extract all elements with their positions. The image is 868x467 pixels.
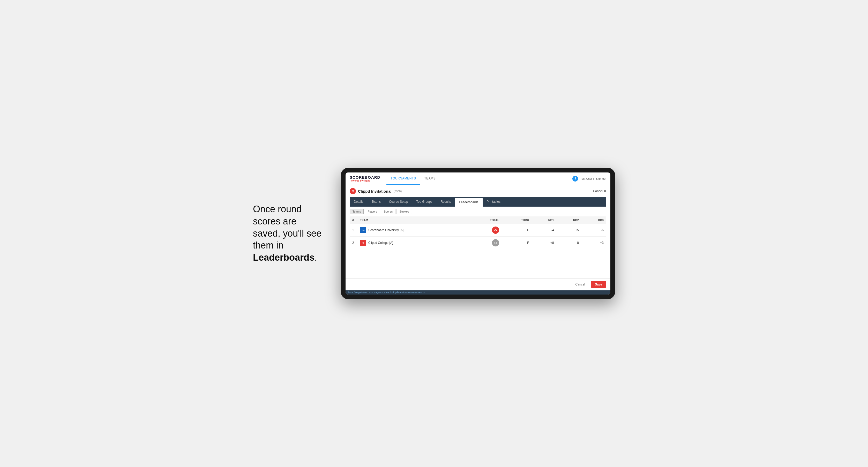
col-thru: THRU: [502, 216, 532, 224]
tournament-name: Clippd Invitational: [358, 189, 392, 193]
tablet-screen: SCOREBOARD Powered by clippd TOURNAMENTS…: [345, 173, 610, 294]
sub-tab-scores[interactable]: Scores: [381, 209, 396, 214]
tab-course-setup[interactable]: Course Setup: [385, 197, 412, 207]
rd3-1: -6: [582, 224, 606, 237]
user-avatar: S: [572, 176, 578, 182]
total-2: +3: [469, 237, 501, 249]
tournament-gender: (Men): [394, 189, 402, 193]
empty-area: [345, 252, 610, 278]
sub-tab-players[interactable]: Players: [365, 209, 380, 214]
close-icon: ✕: [604, 189, 606, 193]
nav-right: S Test User | Sign out: [572, 176, 606, 182]
table-row: 1 SU Scoreboard University [A] -5 F: [350, 224, 606, 237]
tournament-header: C Clippd Invitational (Men) Cancel ✕: [350, 188, 606, 194]
sub-tab-strokes[interactable]: Strokes: [397, 209, 412, 214]
team-name-1: SU Scoreboard University [A]: [358, 224, 469, 237]
tab-details[interactable]: Details: [350, 197, 368, 207]
logo-text: SCOREBOARD: [350, 175, 380, 180]
score-badge-1: -5: [492, 226, 499, 234]
content-area: C Clippd Invitational (Men) Cancel ✕ Det…: [345, 185, 610, 252]
col-team: TEAM: [358, 216, 469, 224]
score-badge-2: +3: [492, 239, 499, 246]
url-bar: https://stage-blue-coach.stagescoreboard…: [345, 290, 610, 294]
tab-teams[interactable]: Teams: [368, 197, 385, 207]
col-rank: #: [350, 216, 358, 224]
rd2-1: +5: [557, 224, 582, 237]
tabs-navigation: Details Teams Course Setup Tee Groups Re…: [350, 197, 606, 207]
team-logo-2: C: [360, 240, 366, 246]
tournament-icon: C: [350, 188, 356, 194]
tab-tee-groups[interactable]: Tee Groups: [412, 197, 436, 207]
logo-area: SCOREBOARD Powered by clippd: [350, 175, 380, 182]
col-total: TOTAL: [469, 216, 501, 224]
tab-leaderboards[interactable]: Leaderboards: [455, 198, 483, 207]
rd2-2: -8: [557, 237, 582, 249]
user-name: Test User |: [580, 177, 594, 180]
top-navigation: SCOREBOARD Powered by clippd TOURNAMENTS…: [345, 173, 610, 185]
team-logo-1: SU: [360, 227, 366, 233]
logo-powered: Powered by clippd: [350, 180, 380, 182]
col-rd1: RD1: [532, 216, 557, 224]
rank-1: 1: [350, 224, 358, 237]
rank-2: 2: [350, 237, 358, 249]
tab-results[interactable]: Results: [436, 197, 455, 207]
tournament-title-row: C Clippd Invitational (Men): [350, 188, 402, 194]
col-rd3: RD3: [582, 216, 606, 224]
tournament-cancel-btn[interactable]: Cancel ✕: [593, 189, 606, 193]
sign-out-link[interactable]: Sign out: [596, 177, 606, 180]
nav-teams[interactable]: TEAMS: [420, 173, 440, 185]
col-rd2: RD2: [557, 216, 582, 224]
nav-tournaments[interactable]: TOURNAMENTS: [386, 173, 420, 185]
footer: Cancel Save: [345, 278, 610, 290]
sub-tabs: Teams Players Scores Strokes: [350, 207, 606, 216]
rd1-1: -4: [532, 224, 557, 237]
rd3-2: +3: [582, 237, 606, 249]
tab-printables[interactable]: Printables: [483, 197, 505, 207]
rd1-2: +8: [532, 237, 557, 249]
table-row: 2 C Clippd College [A] +3 F: [350, 237, 606, 249]
tablet-device: SCOREBOARD Powered by clippd TOURNAMENTS…: [341, 168, 615, 299]
leaderboard-table: # TEAM TOTAL THRU RD1 RD2 RD3 1: [350, 216, 606, 249]
thru-2: F: [502, 237, 532, 249]
save-button[interactable]: Save: [591, 281, 606, 288]
team-name-2: C Clippd College [A]: [358, 237, 469, 249]
thru-1: F: [502, 224, 532, 237]
total-1: -5: [469, 224, 501, 237]
sidebar-description: Once round scores are saved, you'll see …: [253, 203, 326, 264]
sub-tab-teams[interactable]: Teams: [350, 209, 364, 214]
cancel-button[interactable]: Cancel: [572, 281, 588, 288]
nav-links: TOURNAMENTS TEAMS: [386, 173, 572, 185]
